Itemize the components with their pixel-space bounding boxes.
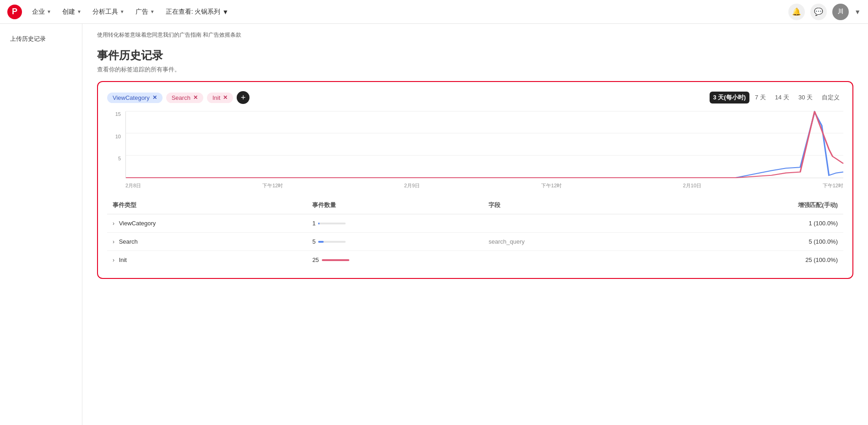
event-type-cell: › ViewCategory [107,214,307,233]
col-event-count: 事件数量 [307,196,483,214]
chart-plot-area [125,111,843,178]
match-cell: 25 (100.0%) [656,251,843,269]
count-bar: 5 [312,238,346,245]
bar-fill [318,223,319,224]
nav-items: 企业 ▼ 创建 ▼ 分析工具 ▼ 广告 ▼ 正在查看: 火锅系列 ▼ [27,5,788,19]
event-count-cell: 1 [307,214,483,233]
count-bar: 1 [312,220,346,227]
event-table: 事件类型 事件数量 字段 增强匹配(手动) › ViewCategory [107,196,843,269]
nav-ads[interactable]: 广告 ▼ [131,5,159,19]
time-btn-3day[interactable]: 3 天(每小时) [710,92,750,104]
chart-y-axis: 15 10 5 [107,111,124,178]
event-chart: 15 10 5 [107,111,843,189]
filter-row: ViewCategory ✕ Search ✕ Init ✕ + 3 [107,91,843,104]
nav-right-actions: 🔔 💬 川 ▼ [788,4,861,20]
user-avatar[interactable]: 川 [832,4,849,20]
chevron-down-icon: ▼ [47,9,51,14]
match-cell: 1 (100.0%) [656,214,843,233]
event-type-cell: › Search [107,233,307,251]
time-btn-custom[interactable]: 自定义 [818,92,843,104]
chevron-down-icon: ▼ [854,8,861,16]
messages-button[interactable]: 💬 [810,4,827,20]
event-count-cell: 5 [307,233,483,251]
time-range-selector: 3 天(每小时) 7 天 14 天 30 天 自定义 [710,92,844,104]
chevron-down-icon: ▼ [222,8,228,16]
sidebar-item-upload-history[interactable]: 上传历史记录 [5,31,76,47]
chevron-down-icon: ▼ [150,9,155,14]
time-btn-14day[interactable]: 14 天 [771,92,793,104]
bar-track [318,241,346,243]
filter-tags: ViewCategory ✕ Search ✕ Init ✕ + [107,91,250,104]
page-layout: 上传历史记录 使用转化标签意味着您同意我们的广告指南 和广告效摇条款 事件历史记… [0,24,868,425]
chart-svg [126,111,843,178]
pinterest-logo[interactable]: P [7,5,22,19]
field-cell [483,251,656,269]
page-title: 事件历史记录 [97,48,853,63]
chart-x-axis: 2月8日 下午12时 2月9日 下午12时 2月10日 下午12时 [125,180,843,189]
match-cell: 5 (100.0%) [656,233,843,251]
close-icon[interactable]: ✕ [193,94,198,101]
event-type-cell: › Init [107,251,307,269]
table-row: › ViewCategory 1 [107,214,843,233]
top-navigation: P 企业 ▼ 创建 ▼ 分析工具 ▼ 广告 ▼ 正在查看: 火锅系列 ▼ 🔔 💬… [0,0,868,24]
main-content: 使用转化标签意味着您同意我们的广告指南 和广告效摇条款 事件历史记录 查看你的标… [82,24,868,425]
close-icon[interactable]: ✕ [223,94,228,101]
sidebar: 上传历史记录 [0,24,82,425]
notifications-button[interactable]: 🔔 [788,4,805,20]
col-enhanced-match: 增强匹配(手动) [656,196,843,214]
info-banner: 使用转化标签意味着您同意我们的广告指南 和广告效摇条款 [97,31,853,39]
chevron-down-icon: ▼ [120,9,125,14]
field-cell [483,214,656,233]
col-event-type: 事件类型 [107,196,307,214]
nav-analytics[interactable]: 分析工具 ▼ [88,5,129,19]
field-cell: search_query [483,233,656,251]
table-row: › Search 5 search_que [107,233,843,251]
close-icon[interactable]: ✕ [152,94,157,101]
table-row: › Init 25 [107,251,843,269]
nav-enterprise[interactable]: 企业 ▼ [27,5,56,19]
chevron-down-icon: ▼ [77,9,81,14]
event-count-cell: 25 [307,251,483,269]
expand-icon[interactable]: › [113,257,114,263]
nav-viewing[interactable]: 正在查看: 火锅系列 ▼ [161,5,233,19]
count-bar: 25 [312,256,349,263]
table-header-row: 事件类型 事件数量 字段 增强匹配(手动) [107,196,843,214]
expand-icon[interactable]: › [113,220,114,227]
page-subtitle: 查看你的标签追踪的所有事件。 [97,65,853,74]
col-field: 字段 [483,196,656,214]
bar-fill [318,241,324,243]
expand-icon[interactable]: › [113,239,114,245]
bar-track [322,259,349,261]
bar-track [318,223,346,224]
time-btn-30day[interactable]: 30 天 [795,92,816,104]
nav-create[interactable]: 创建 ▼ [58,5,86,19]
bar-fill [322,259,349,261]
event-history-card: ViewCategory ✕ Search ✕ Init ✕ + 3 [97,81,853,279]
filter-tag-search[interactable]: Search ✕ [166,93,203,103]
add-filter-button[interactable]: + [237,91,250,104]
filter-tag-init[interactable]: Init ✕ [207,93,233,103]
time-btn-7day[interactable]: 7 天 [751,92,770,104]
filter-tag-viewcategory[interactable]: ViewCategory ✕ [107,93,163,103]
